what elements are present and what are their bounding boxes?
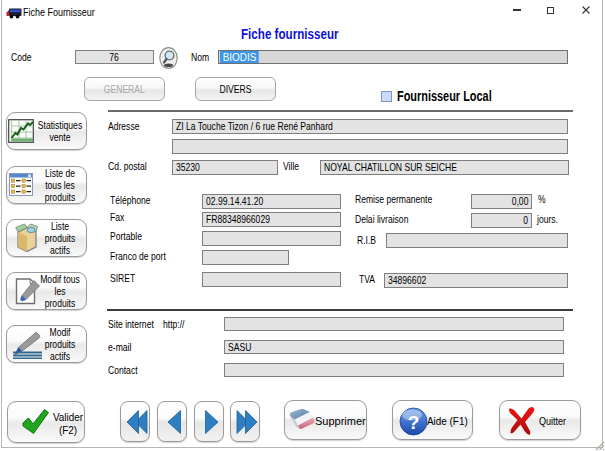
svg-text:?: ? [408,412,420,433]
